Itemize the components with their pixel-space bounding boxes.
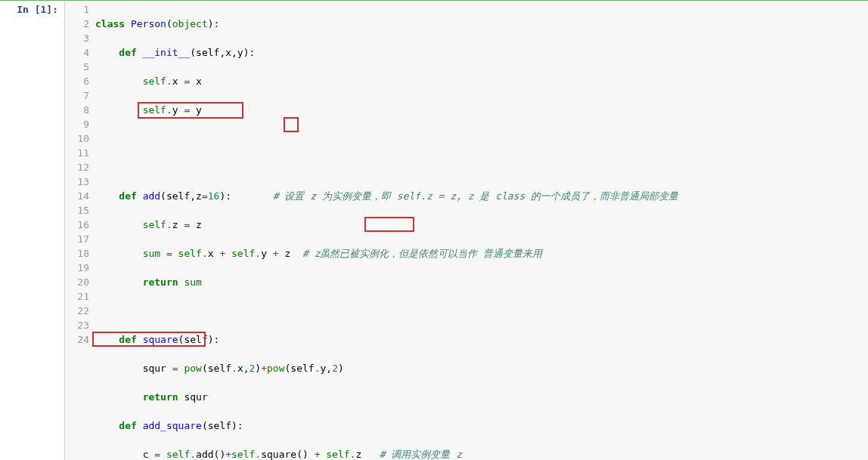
input-prompt: In [1]: [0, 1, 64, 460]
code-lines[interactable]: class Person(object): def __init__(self,… [95, 2, 868, 460]
input-cell: In [1]: 123 456 789 101112 131415 161718… [0, 1, 868, 460]
line-gutter: 123 456 789 101112 131415 161718 192021 … [65, 2, 95, 460]
notebook: In [1]: 123 456 789 101112 131415 161718… [0, 0, 868, 460]
code-area[interactable]: 123 456 789 101112 131415 161718 192021 … [64, 1, 868, 460]
